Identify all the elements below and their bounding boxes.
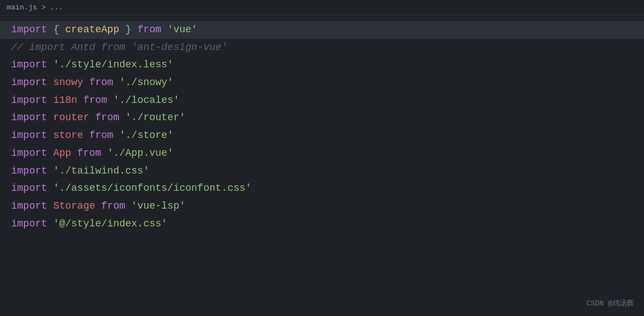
token-brace: {	[53, 22, 66, 38]
token-string: './assets/iconfonts/iconfont.css'	[53, 180, 251, 197]
token-space	[77, 92, 83, 109]
token-local-name: snowy	[53, 75, 83, 91]
token-space	[113, 127, 120, 144]
token-string: './snowy'	[119, 75, 173, 91]
breadcrumb: main.js > ...	[0, 0, 644, 16]
code-line: import i18n from './locales'	[0, 92, 644, 110]
token-local-name: router	[53, 110, 90, 126]
code-lines: import { createApp } from 'vue'// import…	[0, 21, 644, 233]
token-string: './tailwind.css'	[53, 163, 150, 180]
token-space	[47, 22, 53, 38]
token-string: '@/style/index.css'	[53, 216, 167, 233]
token-space	[161, 22, 167, 38]
token-space	[47, 145, 53, 162]
breadcrumb-text: main.js > ...	[7, 3, 63, 12]
token-kw-from: from	[83, 92, 107, 109]
token-string: './router'	[125, 110, 185, 126]
token-local-name: store	[53, 127, 83, 144]
token-kw-import: import	[11, 110, 47, 126]
token-kw-import: import	[11, 216, 47, 233]
token-space	[47, 180, 53, 197]
code-area: import { createApp } from 'vue'// import…	[0, 16, 644, 316]
token-kw-import: import	[11, 92, 47, 109]
token-brace: }	[119, 22, 131, 38]
token-space	[131, 22, 137, 38]
token-string: './locales'	[113, 92, 180, 109]
token-space	[47, 216, 53, 233]
code-line: import store from './store'	[0, 127, 644, 145]
token-space	[83, 127, 90, 144]
token-space	[119, 110, 125, 126]
token-space	[89, 110, 95, 126]
token-kw-import: import	[11, 145, 47, 162]
token-kw-import: import	[11, 127, 47, 144]
token-string: 'vue-lsp'	[131, 198, 185, 215]
code-line: import router from './router'	[0, 109, 644, 127]
watermark: CSDN @鸡汤辉	[586, 298, 634, 308]
token-kw-import: import	[11, 22, 47, 38]
token-kw-from: from	[89, 75, 113, 91]
code-line: import snowy from './snowy'	[0, 74, 644, 92]
token-space	[47, 163, 53, 180]
code-line: import '@/style/index.css'	[0, 215, 644, 233]
token-space	[47, 92, 53, 109]
token-space	[47, 75, 53, 91]
token-kw-import: import	[11, 198, 47, 215]
token-kw-from: from	[101, 198, 125, 215]
token-string: './style/index.less'	[53, 57, 174, 73]
code-line: import App from './App.vue'	[0, 145, 644, 162]
token-space	[125, 198, 131, 215]
token-kw-from: from	[95, 110, 119, 126]
token-named-import: createApp	[65, 22, 119, 38]
token-kw-import: import	[11, 57, 47, 73]
token-local-name: App	[53, 145, 71, 162]
token-kw-import: import	[11, 163, 47, 180]
token-string: 'vue'	[167, 22, 197, 38]
token-space	[47, 110, 53, 126]
token-comment: // import Antd from 'ant-design-vue'	[11, 40, 227, 56]
token-space	[107, 92, 113, 109]
token-kw-from: from	[137, 22, 161, 38]
token-kw-import: import	[11, 180, 47, 197]
token-space	[47, 198, 53, 215]
token-space	[83, 75, 90, 91]
token-kw-import: import	[11, 75, 47, 91]
code-line: import './assets/iconfonts/iconfont.css'	[0, 180, 644, 198]
code-line: // import Antd from 'ant-design-vue'	[0, 39, 644, 57]
token-space	[95, 198, 101, 215]
token-space	[101, 145, 107, 162]
token-kw-from: from	[77, 145, 101, 162]
token-space	[47, 57, 53, 73]
token-string: './App.vue'	[107, 145, 174, 162]
token-space	[113, 75, 120, 91]
editor-container: main.js > ... import { createApp } from …	[0, 0, 644, 316]
token-kw-from: from	[89, 127, 113, 144]
token-local-name: i18n	[53, 92, 77, 109]
token-space	[71, 145, 77, 162]
code-line: import './style/index.less'	[0, 56, 644, 74]
token-space	[47, 127, 53, 144]
token-local-name: Storage	[53, 198, 96, 215]
code-line: import { createApp } from 'vue'	[0, 21, 644, 39]
code-line: import './tailwind.css'	[0, 162, 644, 180]
token-string: './store'	[119, 127, 173, 144]
code-line: import Storage from 'vue-lsp'	[0, 198, 644, 215]
